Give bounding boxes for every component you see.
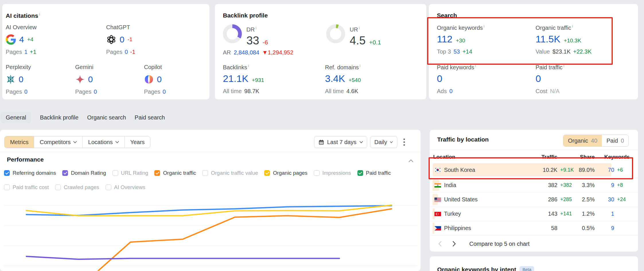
ai-item-label: Copilot [144,64,166,70]
info-icon[interactable]: i [484,24,485,28]
info-icon[interactable]: i [563,64,564,68]
backlinks-value[interactable]: 21.1K [223,73,248,84]
keywords-value[interactable]: 30 [595,196,614,203]
info-icon[interactable]: i [572,24,573,28]
metric-checkbox-organic-traffic-value[interactable]: Organic traffic value [202,170,258,176]
metric-checkbox-impressions[interactable]: Impressions [314,170,351,176]
date-range-button[interactable]: Last 7 days [314,136,367,148]
paid-traffic-value[interactable]: 0 [536,73,541,84]
performance-line-chart[interactable] [0,195,421,271]
segment-competitors[interactable]: Competitors [34,136,82,148]
dr-label: DRi [246,26,268,33]
search-card: Search Organic keywordsi 112+30 Top 353+… [429,4,638,99]
tab-general[interactable]: General [1,112,31,123]
ai-item-copilot: Copilot 0 Pages0 [144,64,166,95]
ai-overview-value[interactable]: 4 [19,35,24,44]
metric-checkbox-organic-pages[interactable]: Organic pages [264,170,307,176]
pages-value[interactable]: 1 [24,49,28,55]
tab-backlink-profile[interactable]: Backlink profile [40,112,79,123]
tab-organic-search[interactable]: Organic search [87,112,126,123]
info-icon[interactable]: i [475,64,476,68]
metric-checkbox-label: Paid traffic cost [13,184,49,191]
toggle-organic[interactable]: Organic40 [563,135,602,146]
pages-value[interactable]: 0 [125,49,128,55]
prev-page-icon[interactable] [436,240,443,248]
metric-checkbox-paid-traffic[interactable]: Paid traffic [357,170,391,176]
ref-domains-delta: +540 [349,77,361,83]
metric-checkbox-organic-traffic[interactable]: Organic traffic [154,170,196,176]
info-icon[interactable]: i [360,64,361,68]
ar-value[interactable]: 2,848,084 [234,49,259,56]
info-icon[interactable]: i [359,26,360,30]
kebab-menu-icon[interactable] [403,138,405,147]
compare-top5-link[interactable]: Compare top 5 on chart [469,241,530,247]
share-value: 3.3% [575,182,595,188]
checkbox-icon[interactable] [264,170,270,176]
next-page-icon[interactable] [450,240,458,248]
toggle-paid[interactable]: Paid0 [602,135,629,146]
metric-checkbox-url-rating[interactable]: URL Rating [112,170,148,176]
keywords-value[interactable]: 9 [595,225,614,231]
backlinks-delta: +931 [252,77,264,83]
ur-value: 4.5 [350,34,366,47]
info-icon[interactable]: i [256,26,256,30]
granularity-button[interactable]: Daily [370,136,397,148]
perplexity-value[interactable]: 0 [19,74,24,84]
tab-paid-search[interactable]: Paid search [135,112,165,123]
gemini-value[interactable]: 0 [88,74,93,84]
location-name: United States [444,196,478,203]
checkbox-icon[interactable] [62,170,68,176]
ads-value[interactable]: 0 [449,88,452,95]
pages-value[interactable]: 0 [163,89,166,95]
organic-traffic-value[interactable]: 11.5K [536,34,560,45]
info-icon[interactable]: i [39,12,40,16]
chatgpt-value[interactable]: 0 [120,35,124,44]
ref-domains-label: Ref. domainsi [325,64,361,71]
keywords-by-intent-title: Organic keywords by intentBeta [437,266,534,271]
metric-checkbox-label: Domain Rating [71,170,106,176]
location-row-turkey[interactable]: Turkey143+1411.2%1 [430,207,638,221]
checkbox-icon[interactable] [4,170,10,176]
location-row-united-states[interactable]: United States286+2852.5%30+24 [430,193,638,207]
pages-value[interactable]: 0 [24,89,28,95]
copilot-value[interactable]: 0 [157,74,162,84]
location-row-south-korea[interactable]: South Korea10.2K+9.1K89.0%70+6 [430,162,638,178]
checkbox-icon[interactable] [314,170,320,176]
ref-domains-value[interactable]: 3.4K [325,73,345,84]
checkbox-icon[interactable] [112,170,118,176]
checkbox-icon[interactable] [4,184,10,190]
perplexity-icon [6,74,15,84]
metric-checkbox-referring-domains[interactable]: Referring domains [4,170,56,176]
metric-checkbox-label: Organic pages [273,170,307,176]
metric-checkbox-crawled-pages[interactable]: Crawled pages [55,184,99,191]
checkbox-icon[interactable] [106,184,111,190]
dr-donut-chart [223,24,242,43]
segment-years[interactable]: Years [124,136,150,148]
checkbox-icon[interactable] [202,170,208,176]
pages-delta: +1 [30,49,36,55]
collapse-chevron-up-icon[interactable] [408,158,413,164]
checkbox-icon[interactable] [55,184,61,190]
keywords-value[interactable]: 1 [595,211,614,217]
metric-checkbox-ai-overviews[interactable]: AI Overviews [106,184,145,191]
segment-label: Locations [88,136,113,148]
segment-locations[interactable]: Locations [82,136,124,148]
location-row-india[interactable]: India382+3823.3%9+8 [430,178,638,193]
metric-checkbox-row-1: Referring domainsDomain RatingURL Rating… [4,170,391,176]
flag-kr-icon [434,168,441,172]
metric-checkbox-paid-traffic-cost[interactable]: Paid traffic cost [4,184,49,191]
paid-keywords-value[interactable]: 0 [437,73,442,84]
ar-label: AR [223,49,231,56]
organic-keywords-value[interactable]: 112 [437,34,452,45]
keywords-value[interactable]: 70 [595,167,614,173]
metric-checkbox-domain-rating[interactable]: Domain Rating [62,170,106,176]
checkbox-icon[interactable] [357,170,363,176]
info-icon[interactable]: i [248,64,249,68]
segment-metrics[interactable]: Metrics [5,136,34,148]
top3-value[interactable]: 53 [454,48,460,55]
keywords-value[interactable]: 9 [595,182,614,188]
pages-value[interactable]: 0 [94,89,97,95]
checkbox-icon[interactable] [154,170,160,176]
ref-domains-label-text: Ref. domains [325,64,359,70]
location-row-philippines[interactable]: Philippines580.5%9 [430,221,638,235]
